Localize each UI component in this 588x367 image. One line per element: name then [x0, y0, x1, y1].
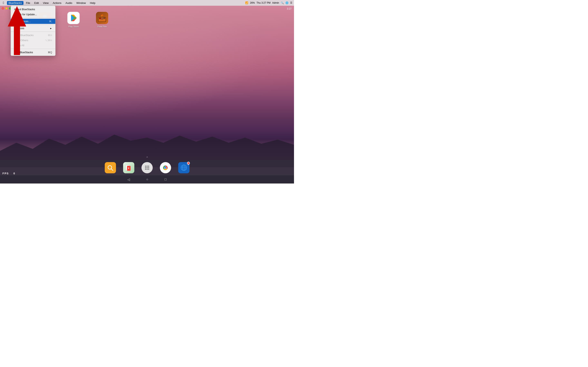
check-for-update[interactable]: Check for Update...: [11, 12, 55, 17]
fps-label: FPS: [2, 172, 9, 175]
android-time: 3:27: [287, 7, 292, 10]
services-item[interactable]: Services ►: [11, 26, 55, 31]
svg-line-17: [111, 169, 113, 170]
menubar-right: 📶 26% Thu 3:27 PM Admin 🔍 🌐 ☰: [245, 1, 292, 4]
taskbar-all-apps[interactable]: [141, 162, 153, 173]
quit-shortcut: ⌘Q: [48, 51, 52, 54]
menu-sep-1: [11, 18, 55, 18]
app-icon-play-store[interactable]: Play Store: [65, 12, 82, 28]
search-icon[interactable]: 🔍: [281, 1, 284, 4]
svg-point-14: [101, 18, 104, 20]
close-button[interactable]: [2, 7, 4, 9]
preferences-shortcut: ⌘,: [49, 20, 52, 23]
quit-bluestacks[interactable]: Quit BlueStacks ⌘Q: [11, 50, 55, 55]
minimize-button[interactable]: [5, 7, 8, 9]
svg-point-33: [164, 167, 166, 169]
mac-menubar:  BlueStacks File Edit View Actions Audi…: [0, 0, 294, 6]
file-menu[interactable]: File: [24, 1, 32, 5]
hide-shortcut: ⌘H: [48, 34, 52, 37]
svg-point-15: [103, 17, 105, 19]
help-menu[interactable]: Help: [88, 1, 97, 5]
menu-extras-icon[interactable]: ☰: [290, 1, 292, 4]
play-store-label: Play Store: [68, 25, 79, 28]
audio-menu[interactable]: Audio: [64, 1, 74, 5]
play-store-icon: [67, 12, 80, 24]
taskbar-chevron[interactable]: ⌃: [146, 156, 148, 160]
window-traffic-lights: [2, 7, 11, 9]
taskbar-search-app[interactable]: [105, 162, 116, 173]
svg-point-29: [148, 169, 149, 170]
menu-sep-4: [11, 49, 55, 49]
svg-point-22: [146, 166, 148, 167]
taskbar-solitaire-app[interactable]: ♥: [123, 162, 134, 173]
apple-menu[interactable]: : [2, 1, 5, 5]
hide-others-shortcut: ⌥⌘H: [45, 39, 52, 42]
taskbar-browser-app[interactable]: [178, 162, 190, 173]
home-button[interactable]: ○: [146, 178, 148, 181]
edit-menu[interactable]: Edit: [33, 1, 40, 5]
svg-point-28: [146, 169, 148, 170]
bluestacks-dropdown-menu: About BlueStacks Check for Update... Pre…: [11, 6, 56, 56]
window-menu[interactable]: Window: [75, 1, 87, 5]
about-bluestacks[interactable]: About BlueStacks: [11, 7, 55, 12]
free-fire-icon: [96, 12, 108, 24]
show-all[interactable]: Show All: [11, 43, 55, 48]
menubar-left:  BlueStacks File Edit View Actions Audi…: [2, 1, 97, 5]
fps-counter: FPS 0: [2, 172, 15, 175]
svg-point-25: [146, 167, 148, 168]
android-navbar: ◁ ○ □: [0, 175, 294, 184]
menu-sep-3: [11, 32, 55, 32]
hide-bluestacks[interactable]: Hide BlueStacks ⌘H: [11, 33, 55, 38]
svg-text:♥: ♥: [128, 167, 129, 170]
taskbar-chrome-app[interactable]: [160, 162, 171, 173]
svg-point-26: [148, 167, 149, 168]
hide-others[interactable]: Hide Others ⌥⌘H: [11, 38, 55, 43]
user-label: Admin: [272, 1, 279, 4]
free-fire-label: Free Fire: [98, 25, 107, 28]
android-taskbar: ♥: [0, 160, 294, 175]
view-menu[interactable]: View: [41, 1, 50, 5]
svg-point-23: [148, 166, 149, 167]
clock: Thu 3:27 PM: [256, 1, 270, 4]
svg-point-21: [145, 166, 146, 167]
wifi-icon: 📶: [245, 1, 248, 4]
back-button[interactable]: ◁: [127, 178, 130, 182]
app-icon-free-fire[interactable]: Free Fire: [94, 12, 110, 28]
svg-point-24: [145, 167, 146, 168]
preferences-item[interactable]: Preferences... ⌘,: [11, 19, 55, 24]
actions-menu[interactable]: Actions: [51, 1, 63, 5]
services-arrow: ►: [50, 27, 52, 30]
battery-status: 26%: [250, 1, 255, 4]
recents-button[interactable]: □: [164, 178, 167, 181]
bluestacks-menu-trigger[interactable]: BlueStacks: [7, 1, 24, 5]
siri-icon[interactable]: 🌐: [285, 1, 288, 4]
fps-value: 0: [13, 172, 15, 175]
svg-point-27: [145, 169, 146, 170]
